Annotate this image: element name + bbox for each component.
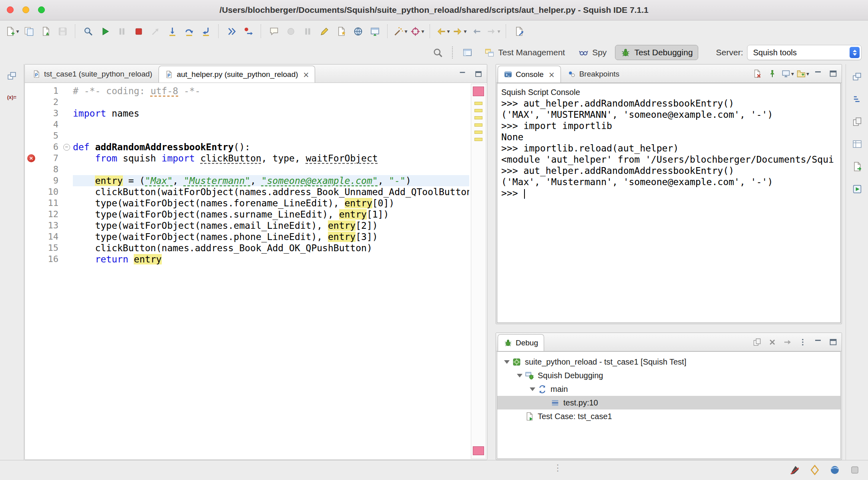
ruler-occurrence-marker[interactable]	[474, 102, 482, 105]
fold-gutter[interactable]	[63, 164, 73, 175]
restart-button[interactable]	[781, 335, 794, 349]
minimize-editor-button[interactable]	[456, 68, 469, 80]
maximize-console-button[interactable]	[826, 67, 840, 81]
run-to-line-button[interactable]	[223, 23, 239, 40]
ruler-occurrence-marker[interactable]	[474, 123, 482, 127]
annotation-gutter[interactable]	[25, 130, 38, 141]
outline-view-button[interactable]	[849, 91, 866, 107]
open-console-button[interactable]: ▾	[796, 67, 810, 81]
previous-edit-button[interactable]	[468, 23, 484, 40]
ruler-occurrence-marker[interactable]	[474, 109, 482, 112]
new-snapshot-button[interactable]	[333, 23, 349, 40]
new-button[interactable]: ▾	[4, 23, 20, 40]
open-perspective-button[interactable]	[459, 44, 475, 61]
annotation-gutter[interactable]	[25, 164, 38, 175]
fold-gutter[interactable]	[63, 231, 73, 242]
display-selected-console-button[interactable]: ▾	[781, 67, 794, 81]
step-over-button[interactable]	[181, 23, 197, 40]
perspective-test-debugging-button[interactable]: Test Debugging	[615, 45, 698, 60]
annotation-gutter[interactable]	[25, 175, 38, 186]
overview-ruler[interactable]	[471, 84, 486, 459]
fold-gutter[interactable]	[63, 186, 73, 198]
fold-gutter[interactable]	[63, 108, 73, 119]
insert-comment-button[interactable]	[266, 23, 282, 40]
ruler-occurrence-marker[interactable]	[474, 131, 482, 134]
status-record-off[interactable]	[787, 462, 802, 478]
fold-gutter[interactable]	[63, 254, 73, 265]
debug-tree-item[interactable]: main	[497, 382, 840, 396]
fold-gutter[interactable]	[63, 209, 73, 220]
global-scripts-view-button[interactable]	[849, 159, 866, 175]
annotation-gutter[interactable]	[25, 97, 38, 108]
fold-gutter[interactable]	[63, 97, 73, 108]
clear-console-button[interactable]	[750, 67, 764, 81]
perspective-spy-button[interactable]: Spy	[573, 45, 612, 60]
fold-gutter[interactable]	[63, 198, 73, 209]
debug-tree-item[interactable]: test.py:10	[497, 396, 840, 409]
last-edit-location-button[interactable]	[511, 23, 527, 40]
code-editor[interactable]: 1# -*- coding: utf-8 -*-23import names45…	[25, 83, 487, 460]
zoom-window-button[interactable]	[38, 6, 45, 13]
debug-tree-item[interactable]: suite_python_reload - tst_case1 [Squish …	[497, 355, 840, 369]
annotation-gutter[interactable]	[25, 85, 38, 97]
fold-gutter[interactable]	[63, 119, 73, 130]
pause-button[interactable]	[114, 23, 130, 40]
fold-gutter[interactable]	[63, 153, 73, 164]
close-tab-button[interactable]: ×	[303, 70, 309, 79]
fold-gutter[interactable]: −	[63, 141, 73, 153]
web-inspector-button[interactable]	[350, 23, 366, 40]
editor-tab-0[interactable]: Ptst_case1 (suite_python_reload)	[26, 66, 158, 83]
stop-button[interactable]	[131, 23, 147, 40]
debug-tree-item[interactable]: Squish Debugging	[497, 369, 840, 382]
minimize-debug-button[interactable]	[811, 335, 825, 349]
restore-views-button[interactable]	[4, 68, 20, 84]
restore-views-button[interactable]	[849, 69, 866, 85]
chevron-down-icon[interactable]	[502, 360, 512, 364]
ruler-occurrence-marker[interactable]	[474, 116, 482, 119]
ruler-bottom-marker[interactable]	[473, 446, 484, 455]
new-test-suite-button[interactable]	[21, 23, 37, 40]
run-test-button[interactable]	[97, 23, 113, 40]
chevron-down-icon[interactable]	[515, 374, 524, 377]
tab-console[interactable]: Console×	[498, 66, 561, 83]
minimize-window-button[interactable]	[22, 6, 29, 13]
copy-stack-button[interactable]	[750, 335, 764, 349]
annotation-gutter[interactable]	[25, 108, 38, 119]
fold-gutter[interactable]	[63, 220, 73, 231]
interrupt-button[interactable]	[147, 23, 163, 40]
remove-terminated-button[interactable]	[766, 335, 779, 349]
copy-stack-view-button[interactable]	[849, 114, 866, 130]
step-return-button[interactable]	[198, 23, 214, 40]
console-output[interactable]: Squish Script Console >>> aut_helper.add…	[497, 83, 841, 323]
tab-breakpoints[interactable]: Breakpoints	[562, 66, 625, 83]
annotation-gutter[interactable]	[25, 119, 38, 130]
fold-gutter[interactable]	[63, 85, 73, 97]
chevron-down-icon[interactable]	[528, 387, 537, 391]
step-into-button[interactable]	[164, 23, 180, 40]
launch-aut-button[interactable]	[367, 23, 383, 40]
maximize-debug-button[interactable]	[826, 335, 840, 349]
ruler-error-marker[interactable]	[473, 87, 484, 96]
spy-dropdown-button[interactable]: ▾	[392, 23, 408, 40]
minimize-console-button[interactable]	[811, 67, 825, 81]
annotation-gutter[interactable]	[25, 209, 38, 220]
annotation-gutter[interactable]	[25, 186, 38, 198]
record-button[interactable]	[283, 23, 299, 40]
status-edit-off[interactable]	[847, 462, 862, 478]
annotation-gutter[interactable]	[25, 198, 38, 209]
perspective-test-management-button[interactable]: Test Management	[479, 45, 570, 60]
pause-recording-button[interactable]	[299, 23, 315, 40]
back-button[interactable]: ▾	[435, 23, 451, 40]
annotation-gutter[interactable]	[25, 231, 38, 242]
close-window-button[interactable]	[7, 6, 14, 13]
next-edit-button[interactable]: ▾	[485, 23, 501, 40]
fold-gutter[interactable]	[63, 130, 73, 141]
maximize-editor-button[interactable]	[472, 68, 485, 80]
variables-view-button[interactable]: (x)=	[4, 89, 20, 105]
annotation-gutter[interactable]	[25, 220, 38, 231]
close-tab-button[interactable]: ×	[549, 70, 555, 79]
test-runner-view-button[interactable]	[849, 181, 866, 197]
tab-debug[interactable]: Debug	[498, 334, 544, 351]
record-snippet-button[interactable]	[240, 23, 256, 40]
error-marker-icon[interactable]: ×	[27, 154, 35, 162]
